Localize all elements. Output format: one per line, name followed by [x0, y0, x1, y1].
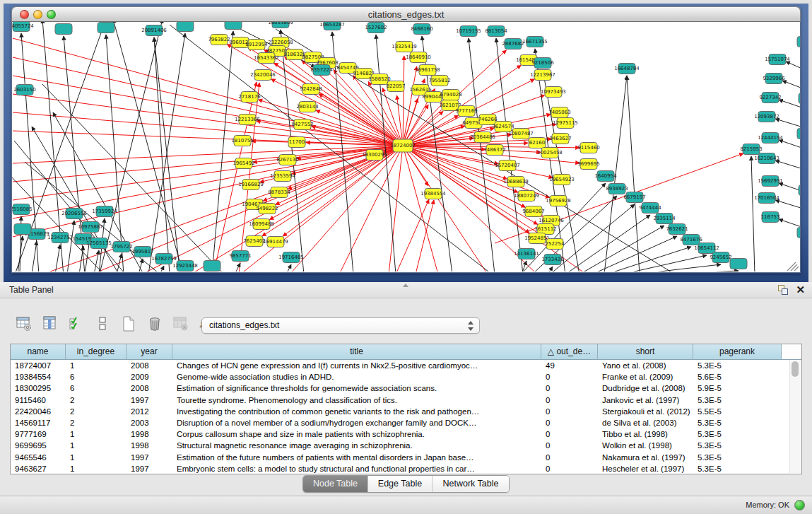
cell-year[interactable]: 1998	[126, 441, 172, 450]
network-graph[interactable]: 1872400779638228960128891295423226058982…	[12, 22, 800, 271]
cell-name[interactable]: 18724007	[11, 361, 66, 370]
network-edge[interactable]	[13, 76, 403, 146]
cell-in-degree[interactable]: 2	[66, 407, 126, 416]
column-header-name[interactable]: name	[11, 344, 66, 360]
cell-out-de-[interactable]: 0	[541, 384, 598, 392]
network-node[interactable]: 16782759	[151, 254, 177, 264]
network-node[interactable]: 10807487	[508, 129, 534, 139]
network-node[interactable]: 9699695	[577, 159, 599, 170]
network-node[interactable]: 7485063	[548, 107, 570, 118]
network-node[interactable]: 16961758	[415, 65, 440, 76]
network-node[interactable]	[204, 261, 220, 271]
cell-in-degree[interactable]: 2	[66, 396, 126, 404]
network-node[interactable]: 7963822	[208, 35, 230, 45]
network-node[interactable]: 12342757	[47, 233, 73, 243]
close-panel-icon[interactable]: ✕	[796, 283, 805, 297]
delete-table-button[interactable]	[171, 314, 191, 334]
column-header-in-degree[interactable]: in_degree	[66, 344, 126, 360]
minimize-traffic-light-icon[interactable]	[33, 10, 42, 19]
network-node[interactable]: 8878334	[268, 187, 290, 198]
cell-pagerank[interactable]: 5.3E-5	[693, 396, 782, 404]
network-node[interactable]: 10975887	[78, 222, 103, 233]
cell-out-de-[interactable]: 49	[541, 361, 598, 370]
network-edge[interactable]	[606, 247, 691, 271]
tab-edge-table[interactable]: Edge Table	[367, 476, 432, 492]
table-select-dropdown[interactable]: citations_edges.txt	[201, 317, 480, 334]
network-node[interactable]: 8215953	[740, 144, 762, 155]
network-edge[interactable]	[396, 199, 429, 271]
cell-in-degree[interactable]: 1	[66, 453, 126, 462]
select-checks-button[interactable]	[66, 314, 86, 334]
network-node[interactable]	[799, 185, 800, 196]
column-header-out-de-[interactable]: △ out_de…	[541, 344, 598, 360]
network-edge[interactable]	[775, 200, 800, 211]
network-node[interactable]: 252254	[546, 239, 565, 250]
cell-year[interactable]: 1997	[126, 453, 172, 462]
table-row[interactable]: 946554611997Estimation of the future num…	[11, 452, 790, 463]
cell-name[interactable]: 18300295	[11, 384, 66, 392]
cell-in-degree[interactable]: 1	[66, 465, 126, 473]
new-table-button[interactable]	[119, 314, 139, 334]
close-traffic-light-icon[interactable]	[20, 10, 29, 19]
cell-year[interactable]: 2003	[126, 419, 172, 427]
cell-year[interactable]: 1997	[126, 396, 172, 404]
column-header-pagerank[interactable]: pagerank	[693, 344, 782, 360]
cell-short[interactable]: Tibbo et al. (1998)	[598, 430, 693, 438]
table-row[interactable]: 977716911998Corpus callosum shape and si…	[11, 428, 790, 440]
network-node[interactable]: 6794028	[440, 90, 461, 100]
network-node[interactable]: 1810755	[231, 136, 253, 146]
cell-title[interactable]: Disruption of a novel member of a sodium…	[172, 419, 541, 427]
network-node[interactable]: 2718176	[238, 92, 261, 103]
network-node[interactable]: 1640954	[594, 171, 617, 182]
network-edge[interactable]	[779, 183, 800, 194]
cell-out-de-[interactable]: 0	[541, 396, 598, 404]
resize-grip-icon[interactable]	[787, 262, 799, 271]
network-node[interactable]: 15720407	[495, 160, 520, 171]
network-node[interactable]	[225, 22, 242, 30]
network-node[interactable]: 2935114	[653, 214, 676, 224]
cell-year[interactable]: 1998	[126, 430, 172, 438]
tab-node-table[interactable]: Node Table	[303, 476, 367, 492]
network-node[interactable]: 12353594	[270, 171, 295, 182]
cell-out-de-[interactable]: 0	[541, 430, 598, 438]
cell-title[interactable]: Estimation of the future numbers of pati…	[172, 453, 541, 462]
cell-name[interactable]: 9115460	[11, 396, 66, 404]
cell-short[interactable]: Stergiakouli et al. (2012)	[598, 407, 693, 416]
network-edge[interactable]	[212, 31, 233, 271]
cell-out-de-[interactable]: 0	[541, 407, 598, 416]
network-node[interactable]	[799, 93, 800, 104]
network-node[interactable]: 1995817	[131, 247, 153, 257]
float-window-icon[interactable]	[778, 285, 788, 295]
network-node[interactable]: 15692951	[758, 176, 783, 187]
network-node[interactable]: 9115460	[577, 143, 599, 153]
cell-title[interactable]: Changes of HCN gene expression and I(f) …	[172, 361, 541, 370]
network-node[interactable]	[797, 37, 800, 47]
network-node[interactable]: 7486372	[483, 145, 505, 156]
cell-in-degree[interactable]: 6	[66, 384, 126, 392]
network-edge[interactable]	[416, 200, 434, 271]
network-node[interactable]: 17359924	[92, 206, 117, 217]
network-node[interactable]: 23420046	[250, 70, 276, 81]
network-node[interactable]: 8427552	[291, 119, 313, 130]
network-node[interactable]: 3624574	[492, 122, 514, 132]
cell-pagerank[interactable]: 5.3E-5	[693, 430, 782, 438]
cell-short[interactable]: Hescheler et al. (1997)	[598, 465, 693, 473]
cell-year[interactable]: 2008	[126, 384, 172, 392]
cell-out-de-[interactable]: 0	[541, 373, 598, 381]
column-header-title[interactable]: title	[172, 344, 541, 360]
table-row[interactable]: 1456911722003Disruption of a novel membe…	[11, 417, 790, 428]
column-header-short[interactable]: short	[598, 344, 693, 360]
network-node[interactable]: 18640910	[406, 52, 431, 63]
network-node[interactable]: 1527602	[365, 23, 387, 33]
cell-out-de-[interactable]: 0	[541, 465, 598, 473]
scrollbar-thumb[interactable]	[792, 361, 799, 377]
network-node[interactable]: 20206556	[61, 209, 87, 219]
table-row[interactable]: 1872400712008Changes of HCN gene express…	[11, 360, 790, 371]
network-node[interactable]: 16099488	[249, 219, 274, 230]
cell-name[interactable]: 19384554	[11, 373, 66, 381]
network-edge[interactable]	[13, 146, 403, 237]
table-row[interactable]: 1830029562008Estimation of significance …	[11, 382, 790, 394]
cell-name[interactable]: 14569117	[11, 419, 66, 427]
network-edge[interactable]	[13, 146, 403, 218]
cell-out-de-[interactable]: 0	[541, 453, 598, 462]
